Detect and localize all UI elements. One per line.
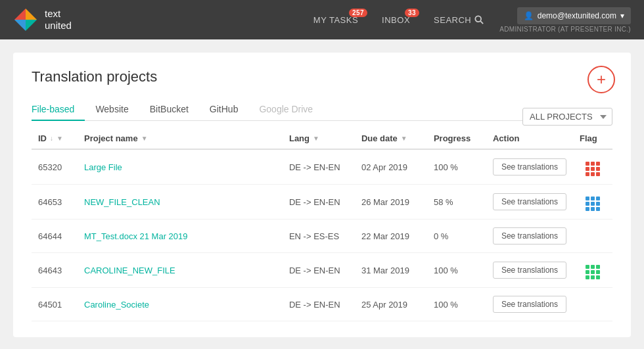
nav-my-tasks[interactable]: MY TASKS 257	[313, 15, 358, 25]
dropdown-arrow: ▾	[620, 11, 624, 20]
cell-progress: 100 %	[427, 288, 486, 321]
logo-icon	[13, 7, 38, 32]
cell-action: See translations	[486, 288, 573, 321]
user-area: 👤 demo@textunited.com ▾ ADMINISTRATOR (A…	[499, 7, 631, 33]
cell-due-date: 22 Mar 2019	[355, 220, 427, 253]
id-sort-icon[interactable]: ↓	[50, 135, 53, 142]
svg-marker-2	[26, 9, 37, 20]
table-row: 64644MT_Test.docx 21 Mar 2019EN -> ES-ES…	[32, 220, 612, 253]
cell-lang: DE -> EN-EN	[283, 149, 355, 185]
name-filter-icon[interactable]: ▼	[141, 135, 148, 142]
see-translations-button[interactable]: See translations	[493, 158, 566, 175]
cell-name[interactable]: Caroline_Societe	[78, 288, 283, 321]
cell-progress: 100 %	[427, 253, 486, 288]
page-title: Translation projects	[32, 68, 612, 85]
cell-progress: 100 %	[427, 149, 486, 185]
table-row: 64501Caroline_SocieteDE -> EN-EN25 Apr 2…	[32, 288, 612, 321]
col-header-progress: Progress	[427, 128, 486, 149]
cell-id: 64653	[32, 185, 78, 220]
project-name-link[interactable]: CAROLINE_NEW_FILE	[84, 266, 175, 275]
see-translations-button[interactable]: See translations	[493, 193, 566, 210]
cell-lang: DE -> EN-EN	[283, 185, 355, 220]
nav-inbox[interactable]: INBOX 33	[382, 15, 410, 25]
table-header-row: ID ↓ ▼ Project name ▼ Lang ▼	[32, 128, 612, 149]
logo-text: text united	[45, 8, 72, 32]
cell-lang: DE -> EN-EN	[283, 253, 355, 288]
tab-google-drive: Google Drive	[248, 99, 323, 121]
cell-lang: DE -> EN-EN	[283, 288, 355, 321]
cell-flag[interactable]	[573, 288, 612, 321]
cell-action: See translations	[486, 253, 573, 288]
header: text united MY TASKS 257 INBOX 33 SEARCH…	[0, 0, 644, 39]
svg-line-6	[480, 21, 483, 24]
table-row: 65320Large FileDE -> EN-EN02 Apr 2019100…	[32, 149, 612, 185]
project-name-link[interactable]: Large File	[84, 162, 122, 172]
user-menu-button[interactable]: 👤 demo@textunited.com ▾	[517, 7, 631, 24]
cell-action: See translations	[486, 220, 573, 253]
cell-id: 65320	[32, 149, 78, 185]
tab-file-based[interactable]: File-based	[32, 99, 85, 121]
table-row: 64653NEW_FILE_CLEANDE -> EN-EN26 Mar 201…	[32, 185, 612, 220]
cell-due-date: 31 Mar 2019	[355, 253, 427, 288]
cell-name[interactable]: NEW_FILE_CLEAN	[78, 185, 283, 220]
col-header-lang: Lang ▼	[283, 128, 355, 149]
projects-table: ID ↓ ▼ Project name ▼ Lang ▼	[32, 128, 612, 321]
project-name-link[interactable]: Caroline_Societe	[84, 300, 149, 310]
cell-flag[interactable]	[573, 149, 612, 185]
project-filter-select[interactable]: ALL PROJECTS MY PROJECTS	[522, 108, 612, 126]
header-nav: MY TASKS 257 INBOX 33 SEARCH 👤 demo@text…	[313, 7, 631, 33]
svg-marker-1	[14, 9, 26, 20]
see-translations-button[interactable]: See translations	[493, 227, 566, 244]
cell-due-date: 25 Apr 2019	[355, 288, 427, 321]
cell-progress: 0 %	[427, 220, 486, 253]
col-header-action: Action	[486, 128, 573, 149]
cell-flag[interactable]	[573, 185, 612, 220]
inbox-badge: 33	[405, 9, 419, 17]
search-icon	[474, 15, 484, 24]
flag-grid-red[interactable]	[586, 162, 600, 176]
nav-search[interactable]: SEARCH	[434, 15, 484, 25]
cell-action: See translations	[486, 185, 573, 220]
svg-marker-3	[26, 20, 37, 31]
cell-flag[interactable]	[573, 220, 612, 253]
cell-progress: 58 %	[427, 185, 486, 220]
cell-id: 64643	[32, 253, 78, 288]
logo-area: text united	[13, 7, 72, 32]
cell-name[interactable]: MT_Test.docx 21 Mar 2019	[78, 220, 283, 253]
cell-due-date: 02 Apr 2019	[355, 149, 427, 185]
cell-action: See translations	[486, 149, 573, 185]
add-project-button[interactable]: +	[587, 66, 615, 93]
svg-point-5	[476, 16, 482, 22]
col-header-date: Due date ▼	[355, 128, 427, 149]
flag-grid-blue[interactable]	[586, 197, 600, 211]
cell-name[interactable]: Large File	[78, 149, 283, 185]
main-content: Translation projects + File-based Websit…	[13, 53, 631, 337]
id-filter-icon[interactable]: ▼	[57, 135, 63, 142]
cell-id: 64644	[32, 220, 78, 253]
my-tasks-badge: 257	[349, 9, 367, 17]
col-header-name: Project name ▼	[78, 128, 283, 149]
cell-id: 64501	[32, 288, 78, 321]
cell-due-date: 26 Mar 2019	[355, 185, 427, 220]
date-filter-icon[interactable]: ▼	[401, 135, 407, 142]
svg-marker-4	[14, 20, 26, 31]
see-translations-button[interactable]: See translations	[493, 296, 566, 313]
tab-github[interactable]: GitHub	[199, 99, 249, 121]
admin-label: ADMINISTRATOR (AT PRESENTER INC.)	[499, 26, 631, 33]
user-email: demo@textunited.com	[538, 11, 616, 20]
col-header-id: ID ↓ ▼	[32, 128, 78, 149]
project-name-link[interactable]: NEW_FILE_CLEAN	[84, 197, 160, 207]
flag-grid-green[interactable]	[586, 265, 600, 279]
project-name-link[interactable]: MT_Test.docx 21 Mar 2019	[84, 231, 188, 241]
lang-filter-icon[interactable]: ▼	[313, 135, 319, 142]
tab-bitbucket[interactable]: BitBucket	[139, 99, 199, 121]
table-row: 64643CAROLINE_NEW_FILEDE -> EN-EN31 Mar …	[32, 253, 612, 288]
cell-name[interactable]: CAROLINE_NEW_FILE	[78, 253, 283, 288]
cell-lang: EN -> ES-ES	[283, 220, 355, 253]
tab-website[interactable]: Website	[85, 99, 139, 121]
see-translations-button[interactable]: See translations	[493, 262, 566, 279]
cell-flag[interactable]	[573, 253, 612, 288]
col-header-flag: Flag	[573, 128, 612, 149]
user-icon: 👤	[524, 11, 534, 20]
